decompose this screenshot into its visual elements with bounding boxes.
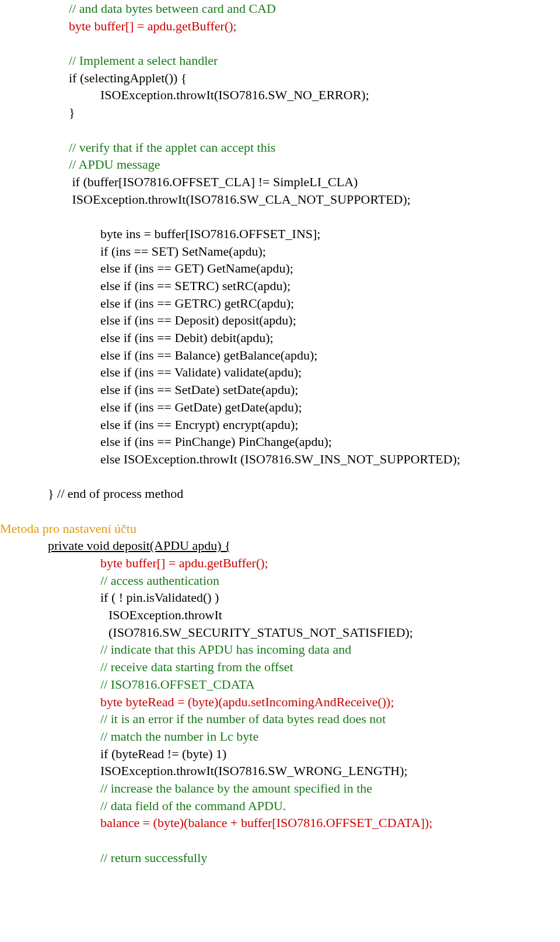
code-token: else if (ins == SETRC) setRC(apdu); (100, 278, 290, 293)
code-token: byte ins = buffer[ISO7816.OFFSET_INS]; (100, 226, 320, 241)
code-line: } // end of process method (48, 485, 560, 503)
code-line: ISOException.throwIt (108, 606, 560, 624)
code-line: // match the number in Lc byte (100, 728, 560, 745)
code-line: (ISO7816.SW_SECURITY_STATUS_NOT_SATISFIE… (108, 624, 560, 641)
code-line: // Implement a select handler (69, 52, 560, 69)
code-token: else if (ins == Validate) validate(apdu)… (100, 365, 302, 379)
code-line: else if (ins == Encrypt) encrypt(apdu); (100, 416, 560, 434)
code-token: // ISO7816.OFFSET_CDATA (100, 677, 255, 692)
code-line (69, 208, 560, 225)
code-line: byte buffer[] = apdu.getBuffer(); (69, 18, 560, 35)
code-token: } (69, 105, 75, 120)
code-line: else if (ins == SETRC) setRC(apdu); (100, 277, 560, 295)
code-line: else if (ins == Validate) validate(apdu)… (100, 364, 560, 381)
code-line: else if (ins == Deposit) deposit(apdu); (100, 312, 560, 329)
code-token: if (byteRead != (byte) 1) (100, 746, 226, 761)
code-line: // ISO7816.OFFSET_CDATA (100, 676, 560, 693)
code-line: // and data bytes between card and CAD (69, 0, 560, 18)
code-token: else if (ins == Encrypt) encrypt(apdu); (100, 417, 298, 432)
code-line: // indicate that this APDU has incoming … (100, 641, 560, 658)
code-line: // APDU message (69, 156, 560, 173)
code-token (69, 123, 72, 137)
code-token: else if (ins == Debit) debit(apdu); (100, 330, 274, 345)
code-token: Metoda pro nastavení účtu (0, 521, 136, 536)
code-line (0, 503, 560, 520)
code-line: balance = (byte)(balance + buffer[ISO781… (100, 814, 560, 832)
code-line: ISOException.throwIt(ISO7816.SW_WRONG_LE… (100, 762, 560, 780)
code-line: else if (ins == PinChange) PinChange(apd… (100, 433, 560, 451)
code-line: if (buffer[ISO7816.OFFSET_CLA] != Simple… (69, 173, 560, 191)
code-token: if (buffer[ISO7816.OFFSET_CLA] != Simple… (69, 175, 358, 189)
code-line: byte buffer[] = apdu.getBuffer(); (100, 554, 560, 572)
code-token: else ISOException.throwIt (ISO7816.SW_IN… (100, 452, 460, 466)
code-token: ISOException.throwIt(ISO7816.SW_WRONG_LE… (100, 763, 408, 778)
code-line: if ( ! pin.isValidated() ) (100, 589, 560, 606)
code-token: else if (ins == Deposit) deposit(apdu); (100, 313, 296, 327)
code-line: } (69, 104, 560, 121)
code-token (69, 36, 72, 50)
code-token: byte byteRead = (byte)(apdu.setIncomingA… (100, 695, 394, 709)
code-line: // it is an error if the number of data … (100, 710, 560, 728)
code-token: if ( ! pin.isValidated() ) (100, 590, 219, 605)
code-line: else if (ins == GetDate) getDate(apdu); (100, 399, 560, 416)
code-token: // receive data starting from the offset (100, 660, 293, 674)
code-line: else if (ins == Balance) getBalance(apdu… (100, 347, 560, 364)
code-line (100, 832, 560, 849)
code-token: // APDU message (69, 157, 160, 172)
code-token: if (selectingApplet()) { (69, 71, 187, 85)
code-token: // access authentication (100, 573, 219, 588)
code-token: // verify that if the applet can accept … (69, 140, 275, 155)
code-line: else if (ins == Debit) debit(apdu); (100, 329, 560, 347)
document-page: // and data bytes between card and CADby… (0, 0, 560, 884)
code-line: // data field of the command APDU. (100, 797, 560, 815)
code-line (69, 468, 560, 486)
code-token (69, 209, 72, 224)
code-token: byte buffer[] = apdu.getBuffer(); (69, 19, 237, 33)
code-line: // access authentication (100, 572, 560, 589)
code-token: // return successfully (100, 850, 207, 865)
code-line: byte byteRead = (byte)(apdu.setIncomingA… (100, 693, 560, 711)
code-token: else if (ins == Balance) getBalance(apdu… (100, 348, 317, 362)
code-token (69, 469, 72, 484)
code-token (100, 833, 104, 847)
code-token: (ISO7816.SW_SECURITY_STATUS_NOT_SATISFIE… (108, 625, 413, 640)
code-token: else if (ins == GET) GetName(apdu); (100, 261, 293, 275)
code-token: // match the number in Lc byte (100, 729, 258, 744)
code-line: // increase the balance by the amount sp… (100, 780, 560, 797)
code-token: ISOException.throwIt(ISO7816.SW_CLA_NOT_… (69, 192, 411, 207)
code-line: // verify that if the applet can accept … (69, 139, 560, 156)
code-token: // Implement a select handler (69, 53, 218, 68)
code-line: else if (ins == GET) GetName(apdu); (100, 260, 560, 277)
code-token: // increase the balance by the amount sp… (100, 781, 372, 796)
code-token: byte buffer[] = apdu.getBuffer(); (100, 556, 268, 570)
code-line: if (selectingApplet()) { (69, 69, 560, 87)
code-token: // and data bytes between card and CAD (69, 1, 276, 16)
code-token: balance = (byte)(balance + buffer[ISO781… (100, 815, 432, 830)
code-line: byte ins = buffer[ISO7816.OFFSET_INS]; (100, 225, 560, 243)
code-token: } // end of process method (48, 486, 183, 501)
code-line: else if (ins == GETRC) getRC(apdu); (100, 295, 560, 312)
code-line: ISOException.throwIt(ISO7816.SW_CLA_NOT_… (69, 191, 560, 208)
code-line: else if (ins == SetDate) setDate(apdu); (100, 381, 560, 399)
code-line: // receive data starting from the offset (100, 658, 560, 676)
code-line: ISOException.throwIt(ISO7816.SW_NO_ERROR… (100, 86, 560, 104)
code-token: // it is an error if the number of data … (100, 711, 386, 726)
code-token (0, 504, 4, 518)
code-line (69, 34, 560, 52)
code-line: // return successfully (100, 849, 560, 867)
code-line: if (byteRead != (byte) 1) (100, 745, 560, 763)
code-token: ISOException.throwIt(ISO7816.SW_NO_ERROR… (100, 88, 369, 102)
code-token: else if (ins == PinChange) PinChange(apd… (100, 434, 332, 449)
code-line: if (ins == SET) SetName(apdu); (100, 243, 560, 260)
code-line (69, 121, 560, 139)
code-token: // data field of the command APDU. (100, 798, 286, 813)
code-token: else if (ins == GETRC) getRC(apdu); (100, 296, 294, 310)
code-token: ISOException.throwIt (108, 608, 222, 622)
code-line: Metoda pro nastavení účtu (0, 520, 560, 538)
code-token: if (ins == SET) SetName(apdu); (100, 244, 266, 259)
code-token: private void deposit(APDU apdu) { (48, 538, 231, 553)
code-line: else ISOException.throwIt (ISO7816.SW_IN… (100, 451, 560, 468)
code-token: // indicate that this APDU has incoming … (100, 642, 351, 657)
code-token: else if (ins == GetDate) getDate(apdu); (100, 400, 302, 414)
code-line: private void deposit(APDU apdu) { (48, 537, 560, 554)
